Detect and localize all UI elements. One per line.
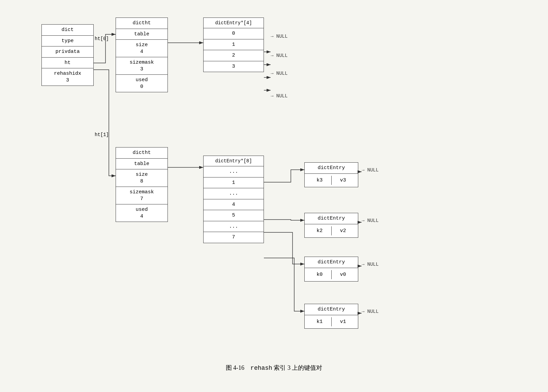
null-k2v2: → NULL — [362, 218, 378, 223]
k0-label: k0 — [308, 270, 332, 280]
ht1-size: size8 — [116, 169, 168, 187]
null-k0v0: → NULL — [362, 262, 378, 267]
dict-entry-4-box: dictEntry*[4] 0 1 2 3 — [203, 18, 264, 72]
diagram-wrapper: dict type privdata ht rehashidx3 ht[0] h… — [8, 7, 540, 385]
entry-k2v2-kv: k2 v2 — [305, 224, 358, 238]
null-1: → NULL — [271, 53, 287, 58]
null-2: → NULL — [271, 71, 287, 76]
de4-0: 0 — [204, 28, 264, 39]
entry-k3v3-box: dictEntry k3 v3 — [304, 162, 358, 187]
de4-1: 1 — [204, 39, 264, 51]
entry-k1v1-kv: k1 v1 — [305, 315, 358, 329]
entry-k1v1-header: dictEntry — [305, 304, 358, 315]
ht0-size: size4 — [116, 40, 168, 57]
de8-7: 7 — [204, 232, 264, 243]
de8-5: 5 — [204, 210, 264, 221]
dict-box: dict type privdata ht rehashidx3 — [41, 24, 94, 86]
de8-4: 4 — [204, 199, 264, 210]
de4-header: dictEntry*[4] — [204, 18, 264, 28]
ht0-dictht-box: dictht table size4 sizemask3 used0 — [116, 18, 168, 92]
entry-k0v0-kv: k0 v0 — [305, 268, 358, 282]
v3-label: v3 — [332, 176, 355, 185]
ht1-dictht-box: dictht table size8 sizemask7 used4 — [116, 147, 168, 222]
k1-label: k1 — [308, 317, 332, 327]
de8-dots1: ... — [204, 166, 264, 177]
v0-label: v0 — [332, 270, 355, 280]
dict-cell-type: type — [42, 36, 93, 47]
k3-label: k3 — [308, 176, 332, 185]
ht1-label: ht[1] — [95, 132, 109, 137]
null-k3v3: → NULL — [362, 167, 378, 173]
entry-k2v2-box: dictEntry k2 v2 — [304, 213, 358, 238]
arrows-svg — [38, 14, 510, 358]
diagram-area: dict type privdata ht rehashidx3 ht[0] h… — [38, 14, 510, 358]
k2-label: k2 — [308, 226, 332, 236]
null-0: → NULL — [271, 34, 287, 39]
dict-entry-8-box: dictEntry*[8] ... 1 ... 4 5 ... 7 — [203, 156, 264, 243]
entry-k0v0-box: dictEntry k0 v0 — [304, 257, 358, 282]
de4-2: 2 — [204, 50, 264, 61]
ht1-sizemask: sizemask7 — [116, 187, 168, 204]
ht1-table: table — [116, 159, 168, 170]
entry-k2v2-header: dictEntry — [305, 213, 358, 224]
v1-label: v1 — [332, 317, 355, 327]
ht0-table: table — [116, 29, 168, 40]
ht1-dictht: dictht — [116, 148, 168, 159]
entry-k3v3-header: dictEntry — [305, 163, 358, 174]
dict-cell-privdata: privdata — [42, 46, 93, 58]
entry-k0v0-header: dictEntry — [305, 257, 358, 268]
dict-cell-rehashidx: rehashidx3 — [42, 68, 93, 86]
dict-cell-dict: dict — [42, 25, 93, 36]
de8-header: dictEntry*[8] — [204, 156, 264, 166]
null-k1v1: → NULL — [362, 309, 378, 314]
entry-k3v3-kv: k3 v3 — [305, 174, 358, 187]
ht0-sizemask: sizemask3 — [116, 57, 168, 75]
ht0-used: used0 — [116, 75, 168, 92]
de8-1: 1 — [204, 177, 264, 189]
v2-label: v2 — [332, 226, 355, 236]
dict-cell-ht: ht — [42, 58, 93, 69]
de4-3: 3 — [204, 61, 264, 72]
de8-dots3: ... — [204, 221, 264, 232]
ht0-dictht: dictht — [116, 18, 168, 29]
null-3: → NULL — [271, 93, 287, 99]
ht1-used: used4 — [116, 204, 168, 222]
diagram-caption: 图 4-16 rehash 索引 3 上的键值对 — [226, 364, 323, 372]
de8-dots2: ... — [204, 188, 264, 199]
entry-k1v1-box: dictEntry k1 v1 — [304, 304, 358, 329]
ht0-label: ht[0] — [95, 36, 109, 41]
